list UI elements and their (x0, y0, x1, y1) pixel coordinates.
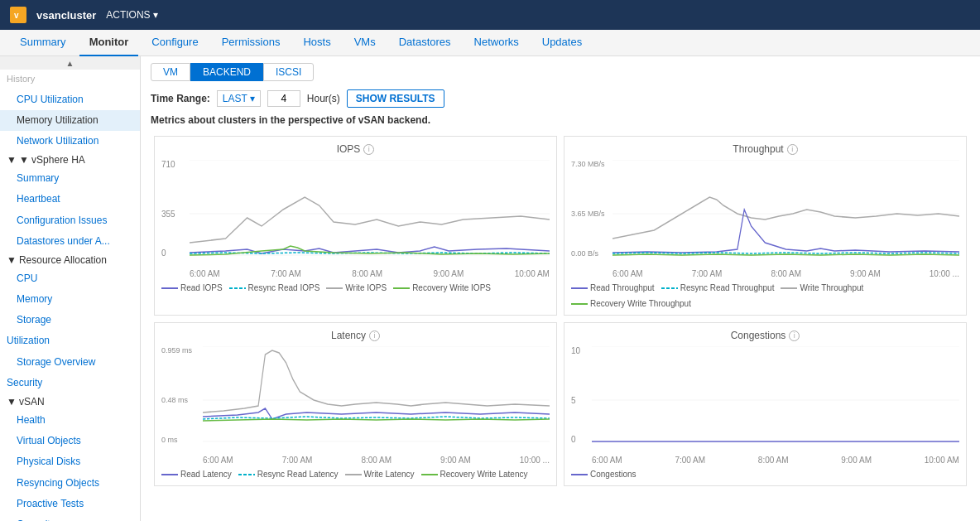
write-iops-line (326, 287, 343, 289)
iops-y-min: 0 (161, 248, 166, 258)
sidebar-scroll-up[interactable]: ▲ (0, 56, 140, 70)
legend-read-latency: Read Latency (161, 470, 232, 479)
arrow-icon: ▼ (7, 154, 17, 166)
latency-chart: Latency i 0.959 ms 0.48 ms 0 ms (154, 322, 557, 486)
tab-datastores[interactable]: Datastores (389, 30, 461, 56)
sidebar-category-vsphere-ha[interactable]: ▼ ▼ vSphere HA (0, 152, 140, 168)
sidebar-item-memory[interactable]: Memory (0, 289, 140, 310)
congestions-chart: Congestions i 10 5 0 6:00 A (564, 322, 967, 486)
arrow-icon-2: ▼ (7, 254, 17, 266)
tab-permissions[interactable]: Permissions (212, 30, 291, 56)
time-range-unit: Hour(s) (307, 93, 340, 104)
sidebar-item-storage-overview[interactable]: Storage Overview (0, 352, 140, 373)
view-tabs-row: VM BACKEND ISCSI (141, 56, 980, 86)
app-title: vsancluster (36, 9, 96, 22)
content-area: VM BACKEND ISCSI Time Range: LAST ▾ Hour… (141, 56, 980, 521)
congestions-svg (592, 346, 959, 454)
throughput-info-icon[interactable]: i (787, 144, 798, 155)
sidebar-category-vsan[interactable]: ▼ vSAN (0, 393, 140, 410)
legend-recovery-write-iops: Recovery Write IOPS (393, 283, 491, 292)
latency-y-min: 0 ms (161, 436, 178, 444)
throughput-y-max: 7.30 MB/s (571, 160, 605, 168)
view-tab-backend[interactable]: BACKEND (190, 63, 263, 81)
congestions-title: Congestions (731, 330, 786, 341)
legend-recovery-write-throughput: Recovery Write Throughput (571, 299, 691, 308)
iops-y-max: 710 (161, 160, 175, 169)
throughput-x-labels: 6:00 AM 7:00 AM 8:00 AM 9:00 AM 10:00 ..… (612, 269, 959, 278)
tab-hosts[interactable]: Hosts (293, 30, 340, 56)
tab-summary[interactable]: Summary (10, 30, 76, 56)
iops-info-icon[interactable]: i (363, 144, 374, 155)
sidebar-category-resource-alloc[interactable]: ▼ Resource Allocation (0, 252, 140, 268)
read-iops-line (161, 287, 178, 289)
legend-read-throughput: Read Throughput (571, 283, 655, 292)
sidebar-item-config-issues[interactable]: Configuration Issues (0, 210, 140, 231)
iops-y-mid: 355 (161, 210, 175, 219)
tab-configure[interactable]: Configure (142, 30, 208, 56)
sidebar-item-resyncing-objects[interactable]: Resyncing Objects (0, 473, 140, 494)
iops-svg (190, 160, 550, 268)
time-range-select[interactable]: LAST ▾ (217, 90, 261, 107)
congestions-y-mid: 5 (571, 396, 576, 405)
iops-title: IOPS (337, 143, 361, 155)
congestions-info-icon[interactable]: i (789, 330, 800, 341)
nav-tabs: Summary Monitor Configure Permissions Ho… (0, 30, 980, 56)
congestions-chart-area: 10 5 0 (571, 346, 959, 454)
chevron-icon: ▾ (250, 93, 255, 104)
resync-read-iops-line (229, 287, 246, 289)
recovery-write-iops-line (393, 287, 410, 289)
time-range-value[interactable] (267, 90, 300, 107)
sidebar-item-capacity[interactable]: Capacity (0, 514, 140, 521)
legend-write-latency: Write Latency (345, 470, 415, 479)
iops-legend: Read IOPS Resync Read IOPS Write IOPS Re… (161, 283, 550, 292)
app-icon: v (10, 7, 26, 23)
iops-x-labels: 6:00 AM 7:00 AM 8:00 AM 9:00 AM 10:00 AM (190, 269, 550, 278)
actions-button[interactable]: ACTIONS ▾ (106, 9, 158, 21)
sidebar-item-memory-util[interactable]: Memory Utilization (0, 110, 140, 131)
sidebar-item-datastores[interactable]: Datastores under A... (0, 231, 140, 252)
sidebar-item-history[interactable]: History (0, 70, 140, 89)
congestions-y-min: 0 (571, 435, 576, 444)
view-tab-iscsi[interactable]: ISCSI (263, 63, 314, 81)
latency-y-mid: 0.48 ms (161, 396, 188, 404)
latency-info-icon[interactable]: i (369, 330, 380, 341)
iops-chart: IOPS i 710 355 0 (154, 136, 557, 316)
tab-vms[interactable]: VMs (344, 30, 386, 56)
sidebar-item-security[interactable]: Security (0, 373, 140, 393)
congestions-y-max: 10 (571, 346, 580, 355)
tab-updates[interactable]: Updates (532, 30, 592, 56)
latency-x-labels: 6:00 AM 7:00 AM 8:00 AM 9:00 AM 10:00 ..… (203, 456, 550, 465)
sidebar-item-virtual-objects[interactable]: Virtual Objects (0, 431, 140, 451)
tab-networks[interactable]: Networks (464, 30, 529, 56)
sidebar-item-storage[interactable]: Storage (0, 310, 140, 330)
sidebar-item-physical-disks[interactable]: Physical Disks (0, 451, 140, 472)
charts-grid: IOPS i 710 355 0 (141, 133, 980, 490)
iops-chart-area: 710 355 0 (161, 160, 550, 268)
sidebar-item-cpu-util[interactable]: CPU Utilization (0, 89, 140, 110)
sidebar-item-network-util[interactable]: Network Utilization (0, 131, 140, 152)
sidebar-item-proactive-tests[interactable]: Proactive Tests (0, 494, 140, 514)
sidebar: ▲ History CPU Utilization Memory Utiliza… (0, 56, 141, 521)
latency-chart-area: 0.959 ms 0.48 ms 0 ms (161, 346, 550, 454)
sidebar-item-cpu[interactable]: CPU (0, 268, 140, 289)
tab-monitor[interactable]: Monitor (79, 30, 139, 56)
legend-congestions: Congestions (571, 470, 637, 479)
latency-legend: Read Latency Resync Read Latency Write L… (161, 470, 550, 479)
view-tab-vm[interactable]: VM (151, 63, 190, 81)
latency-y-max: 0.959 ms (161, 346, 192, 355)
throughput-chart: Throughput i 7.30 MB/s 3.65 MB/s 0.00 B/… (564, 136, 967, 316)
sidebar-item-heartbeat[interactable]: Heartbeat (0, 189, 140, 210)
time-range-label: Time Range: (151, 93, 210, 104)
sidebar-item-summary[interactable]: Summary (0, 168, 140, 189)
throughput-svg (612, 160, 959, 268)
sidebar-item-health[interactable]: Health (0, 410, 140, 431)
legend-recovery-write-latency: Recovery Write Latency (421, 470, 528, 479)
congestions-legend: Congestions (571, 470, 959, 479)
time-range-row: Time Range: LAST ▾ Hour(s) SHOW RESULTS (141, 86, 980, 114)
throughput-title: Throughput (733, 143, 783, 155)
legend-read-iops: Read IOPS (161, 283, 223, 292)
main-layout: ▲ History CPU Utilization Memory Utiliza… (0, 56, 980, 521)
show-results-button[interactable]: SHOW RESULTS (347, 89, 444, 108)
sidebar-item-utilization[interactable]: Utilization (0, 330, 140, 351)
congestions-x-labels: 6:00 AM 7:00 AM 8:00 AM 9:00 AM 10:00 AM (592, 456, 959, 465)
